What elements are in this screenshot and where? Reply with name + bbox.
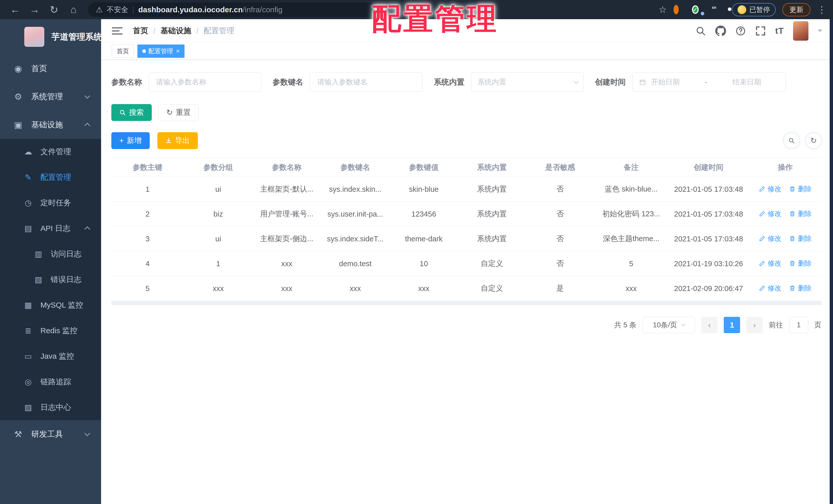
param-name-input[interactable]: [149, 72, 261, 92]
sidebar-item-dev-tools[interactable]: ⚒ 研发工具: [0, 420, 101, 448]
toggle-search-button[interactable]: [784, 133, 800, 149]
fullscreen-icon[interactable]: [755, 26, 766, 36]
table-row: 41xxxdemo.test10自定义否52021-01-19 03:10:26…: [111, 251, 822, 276]
table-header-row: 参数主键 参数分组 参数名称 参数键名 参数键值 系统内置 是否敏感 备注 创建…: [111, 158, 822, 177]
user-avatar[interactable]: [793, 21, 808, 41]
tab-home[interactable]: 首页: [112, 45, 134, 58]
reset-button[interactable]: ↻ 重置: [159, 104, 198, 121]
sidebar-item-scheduled-tasks[interactable]: ◷ 定时任务: [0, 190, 101, 216]
help-icon[interactable]: [735, 26, 746, 36]
active-dot-icon: [142, 49, 146, 53]
edit-link[interactable]: 修改: [759, 283, 781, 293]
app-title: 芋道管理系统: [51, 31, 102, 43]
delete-link[interactable]: 删除: [789, 234, 811, 243]
search-icon[interactable]: [695, 26, 706, 36]
github-icon[interactable]: [715, 26, 726, 36]
next-page-button[interactable]: ›: [746, 317, 763, 333]
sidebar-item-tracing[interactable]: ◎ 链路追踪: [0, 369, 101, 395]
edit-link[interactable]: 修改: [759, 209, 781, 218]
edit-link[interactable]: 修改: [759, 184, 781, 194]
sidebar-item-home[interactable]: ◉ 首页: [0, 54, 101, 83]
refresh-table-button[interactable]: ↻: [806, 133, 822, 149]
sidebar-item-error-logs[interactable]: ▧ 错误日志: [0, 267, 101, 292]
edit-link[interactable]: 修改: [759, 259, 781, 268]
bookmark-star-icon[interactable]: ☆: [659, 4, 667, 15]
sidebar-item-infrastructure[interactable]: ▣ 基础设施: [0, 111, 101, 139]
col-header: 参数主键: [111, 158, 184, 177]
monitor-icon: ▣: [12, 120, 24, 130]
sidebar-submenu-infrastructure: ☁ 文件管理 ✎ 配置管理 ◷ 定时任务 ▤ API 日志 ▥ 访问日志 ▧: [0, 139, 101, 420]
window-scrollbar-strip[interactable]: [830, 19, 833, 504]
prev-page-button[interactable]: ‹: [701, 317, 718, 333]
close-icon[interactable]: ×: [176, 48, 180, 55]
hamburger-icon[interactable]: [112, 27, 123, 34]
search-icon: [788, 137, 795, 144]
browser-menu-icon[interactable]: ⋮: [817, 4, 826, 15]
font-size-icon[interactable]: tT: [775, 26, 784, 36]
chevron-up-icon: [85, 226, 90, 232]
chevron-down-icon: [681, 322, 685, 327]
browser-back-icon[interactable]: ←: [7, 4, 24, 15]
chevron-up-icon: [85, 123, 90, 129]
redis-icon: ≣: [23, 326, 34, 335]
browser-home-icon[interactable]: ⌂: [65, 4, 82, 15]
add-button[interactable]: + 新增: [111, 132, 150, 149]
error-log-icon: ▧: [33, 275, 44, 284]
param-key-input[interactable]: [310, 72, 423, 92]
date-range-picker[interactable]: 开始日期 - 结束日期: [633, 72, 786, 92]
sidebar-logo-row[interactable]: 芋道管理系统: [0, 19, 101, 54]
browser-reload-icon[interactable]: ↻: [46, 4, 63, 16]
refresh-icon: ↻: [166, 109, 173, 116]
page-1-button[interactable]: 1: [724, 317, 740, 333]
address-bar[interactable]: ⚠ 不安全 | dashboard.yudao.iocoder.cn/infra…: [88, 3, 377, 17]
not-secure-label: 不安全: [107, 5, 128, 15]
delete-link[interactable]: 删除: [789, 259, 811, 268]
trash-icon: [789, 285, 795, 292]
extension-donut-icon[interactable]: [673, 7, 679, 12]
sidebar-item-api-logs[interactable]: ▤ API 日志: [0, 216, 101, 241]
create-time-label: 创建时间: [595, 77, 626, 87]
avatar-caret-icon[interactable]: [818, 29, 822, 32]
chevron-down-icon: [85, 93, 90, 99]
delete-link[interactable]: 删除: [789, 184, 811, 194]
tab-config-mgmt[interactable]: 配置管理 ×: [138, 45, 185, 58]
paused-label: 已暂停: [749, 5, 770, 14]
sidebar: 芋道管理系统 ◉ 首页 ⚙ 系统管理 ▣ 基础设施 ☁ 文件管理 ✎ 配置管理: [0, 19, 101, 504]
paused-badge[interactable]: 已暂停: [732, 3, 776, 16]
log-center-icon: ▨: [23, 403, 34, 412]
overlay-annotation-title: 配置管理: [372, 0, 499, 39]
sidebar-item-java-monitor[interactable]: ▭ Java 监控: [0, 344, 101, 369]
table-row: 1ui主框架页-默认...sys.index.skin...skin-blue系…: [111, 177, 822, 202]
sidebar-item-access-logs[interactable]: ▥ 访问日志: [0, 241, 101, 267]
sidebar-item-config-mgmt[interactable]: ✎ 配置管理: [0, 165, 101, 190]
config-table: 参数主键 参数分组 参数名称 参数键名 参数键值 系统内置 是否敏感 备注 创建…: [111, 158, 822, 305]
export-button[interactable]: 导出: [158, 132, 198, 149]
sidebar-item-mysql-monitor[interactable]: ▦ MySQL 监控: [0, 292, 101, 318]
col-header: 系统内置: [458, 158, 526, 177]
breadcrumb-current: 配置管理: [204, 26, 234, 36]
search-button[interactable]: 搜索: [111, 104, 152, 121]
cloud-icon: ☁: [23, 147, 34, 156]
sidebar-item-system-mgmt[interactable]: ⚙ 系统管理: [0, 83, 101, 111]
page-size-select[interactable]: 10条/页: [643, 317, 695, 333]
browser-forward-icon[interactable]: →: [26, 4, 43, 15]
browser-update-button[interactable]: 更新: [782, 3, 810, 16]
breadcrumb-infrastructure[interactable]: 基础设施: [161, 26, 191, 36]
sidebar-item-redis-monitor[interactable]: ≣ Redis 监控: [0, 318, 101, 344]
extension-check-icon[interactable]: ✓: [692, 6, 699, 14]
url-text: dashboard.yudao.iocoder.cn/infra/config: [138, 5, 283, 14]
sidebar-item-log-center[interactable]: ▨ 日志中心: [0, 395, 101, 420]
builtin-select[interactable]: 系统内置: [471, 72, 584, 92]
delete-link[interactable]: 删除: [789, 209, 811, 218]
goto-unit-label: 页: [814, 320, 822, 330]
sidebar-item-file-mgmt[interactable]: ☁ 文件管理: [0, 139, 101, 165]
breadcrumb-home[interactable]: 首页: [133, 26, 148, 36]
delete-link[interactable]: 删除: [789, 283, 811, 293]
table-row: 5xxxxxxxxxxxx自定义是xxx2021-02-09 20:06:47 …: [111, 276, 822, 301]
pagination: 共 5 条 10条/页 ‹ 1 › 前往 页: [111, 317, 822, 333]
table-row: 3ui主框架页-侧边...sys.index.sideT...theme-dar…: [111, 227, 822, 251]
trash-icon: [789, 210, 795, 217]
goto-page-input[interactable]: [789, 317, 808, 333]
edit-icon: [759, 186, 765, 192]
edit-link[interactable]: 修改: [759, 234, 781, 243]
